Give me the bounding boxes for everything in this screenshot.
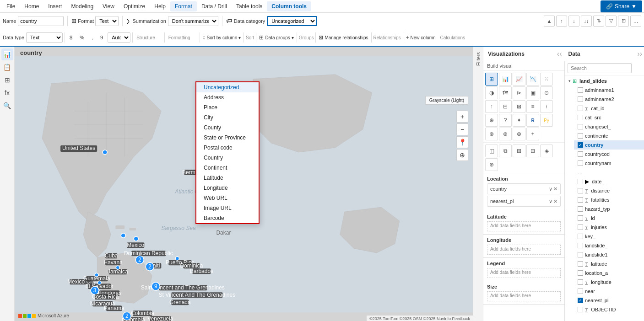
viz-area-icon[interactable]: 📉	[526, 73, 539, 86]
dropdown-item-uncategorized[interactable]: Uncategorized	[196, 82, 259, 92]
viz-smart-icon[interactable]: ✦	[513, 114, 525, 127]
format-select[interactable]: Text	[95, 16, 119, 26]
cb-continentc[interactable]	[578, 133, 583, 139]
loc-nearest-chevron[interactable]: ∨	[549, 198, 552, 204]
left-dax-icon[interactable]: fx	[1, 87, 13, 99]
cb-id[interactable]	[578, 215, 583, 221]
field-more[interactable]: …	[574, 168, 644, 177]
viz-tree-icon[interactable]: ⊠	[513, 100, 525, 113]
field-continentc[interactable]: continentc	[574, 131, 644, 140]
data-groups-btn[interactable]: ⊞ Data groups ▾	[256, 32, 296, 43]
loc-country-remove[interactable]: ✕	[553, 186, 557, 192]
cb-cat-id[interactable]	[578, 106, 583, 111]
field-distance[interactable]: ∑ distance	[574, 186, 644, 195]
viz-py-icon[interactable]: Py	[540, 114, 553, 127]
viz-qa-icon[interactable]: ?	[499, 114, 512, 127]
cb-distance[interactable]	[578, 188, 583, 193]
left-chart-icon[interactable]: 📊	[1, 48, 13, 60]
field-countrycod[interactable]: countrycod	[574, 150, 644, 159]
dropdown-item-imageurl[interactable]: Image URL	[196, 203, 259, 213]
dropdown-item-address[interactable]: Address	[196, 92, 259, 102]
viz-extra5[interactable]: ◈	[540, 144, 553, 157]
field-latitude[interactable]: ∑ latitude	[574, 259, 644, 268]
dropdown-item-country[interactable]: Country	[196, 153, 259, 163]
cb-landslide[interactable]	[578, 243, 583, 248]
dropdown-item-postal[interactable]: Postal code	[196, 143, 259, 153]
toolbar-expand-icon[interactable]: ⊡	[618, 16, 629, 27]
viz-gauge-icon[interactable]: ⊙	[540, 86, 553, 99]
viz-add-icon[interactable]: +	[526, 128, 539, 140]
left-model-icon[interactable]: ⊞	[1, 74, 13, 86]
field-landslide[interactable]: landslide_	[574, 241, 644, 250]
loc-nearest-remove[interactable]: ✕	[553, 198, 557, 204]
field-objectid[interactable]: ∑ OBJECTID	[574, 305, 644, 314]
zoom-out-btn[interactable]: −	[456, 123, 468, 135]
field-landslide1[interactable]: landslide1	[574, 250, 644, 259]
menu-view[interactable]: View	[98, 1, 119, 11]
field-longitude[interactable]: ∑ longitude	[574, 278, 644, 287]
sort-by-col-btn[interactable]: ↕ Sort by column ▾	[200, 32, 244, 43]
percent-btn[interactable]: %	[77, 34, 87, 41]
dropdown-item-city[interactable]: City	[196, 112, 259, 123]
field-cat-id[interactable]: ∑ cat_id	[574, 104, 644, 113]
cb-injuries[interactable]	[578, 225, 583, 230]
cb-fatalities[interactable]	[578, 197, 583, 203]
cb-country[interactable]: ✓	[578, 142, 583, 148]
field-date[interactable]: ▶ date_	[574, 177, 644, 186]
dropdown-item-state[interactable]: State or Province	[196, 133, 259, 143]
legend-drop-zone[interactable]: Add data fields here	[487, 268, 561, 278]
menu-file[interactable]: File	[2, 1, 20, 11]
left-explorer-icon[interactable]: 🔍	[1, 100, 13, 112]
field-key[interactable]: key_	[574, 232, 644, 241]
cb-longitude[interactable]	[578, 279, 583, 285]
field-id[interactable]: ∑ id	[574, 214, 644, 223]
cb-objectid[interactable]	[578, 307, 583, 312]
menu-home[interactable]: Home	[20, 1, 43, 11]
toolbar-up-icon[interactable]: ▲	[544, 16, 555, 27]
data-search-input[interactable]	[568, 63, 632, 73]
viz-line-icon[interactable]: 📈	[513, 73, 525, 86]
cb-location-a[interactable]	[578, 270, 583, 276]
datatype-select[interactable]: Text	[26, 32, 63, 43]
dropdown-item-weburl[interactable]: Web URL	[196, 193, 259, 203]
map-pin-btn[interactable]: 📍	[456, 136, 468, 148]
dataset-row[interactable]: ▾ ⊞ land_slides	[565, 76, 644, 86]
field-nearest-pl[interactable]: ✓ nearest_pl	[574, 296, 644, 305]
left-data-icon[interactable]: 📋	[1, 61, 13, 73]
dollar-btn[interactable]: $	[67, 34, 75, 41]
map-compass-btn[interactable]: ⊕	[456, 149, 468, 161]
cb-near[interactable]	[578, 289, 583, 294]
loc-country-chevron[interactable]: ∨	[549, 186, 552, 192]
field-injuries[interactable]: ∑ injuries	[574, 223, 644, 232]
latitude-drop-zone[interactable]: Add data fields here	[487, 221, 561, 231]
viz-custom3-icon[interactable]: ⊜	[513, 128, 525, 140]
field-cat-src[interactable]: cat_src	[574, 113, 644, 122]
viz-kpi-icon[interactable]: ↑	[485, 100, 498, 113]
field-country[interactable]: ✓ country	[574, 140, 644, 150]
viz-collapse-icon[interactable]: ‹‹	[555, 50, 564, 58]
viz-bar-icon[interactable]: 📊	[499, 73, 512, 86]
menu-help[interactable]: Help	[150, 1, 170, 11]
viz-extra3[interactable]: ⊞	[513, 144, 525, 157]
filters-label[interactable]: Filters	[476, 52, 481, 66]
viz-custom1-icon[interactable]: ⊗	[485, 128, 498, 140]
size-drop-zone[interactable]: Add data fields here	[487, 291, 561, 301]
cb-changeset[interactable]	[578, 124, 583, 129]
viz-table-icon[interactable]: ⊞	[485, 73, 498, 86]
cb-countrycod[interactable]	[578, 151, 583, 157]
menu-column-tools[interactable]: Column tools	[267, 1, 311, 11]
menu-data-drill[interactable]: Data / Drill	[197, 1, 232, 11]
field-near[interactable]: near	[574, 287, 644, 296]
name-input[interactable]	[18, 16, 64, 26]
cb-date[interactable]	[578, 179, 583, 184]
dropdown-item-latitude[interactable]: Latitude	[196, 173, 259, 183]
data-expand-icon[interactable]: ››	[635, 50, 644, 58]
toolbar-down2-icon[interactable]: ↓↓	[581, 16, 592, 27]
cb-hazard[interactable]	[578, 206, 583, 212]
cb-latitude[interactable]	[578, 261, 583, 267]
auto-select[interactable]: Auto	[108, 32, 130, 43]
dropdown-item-place[interactable]: Place	[196, 102, 259, 112]
menu-table-tools[interactable]: Table tools	[232, 1, 267, 11]
toolbar-down-icon[interactable]: ↓	[568, 16, 579, 27]
menu-optimize[interactable]: Optimize	[119, 1, 150, 11]
